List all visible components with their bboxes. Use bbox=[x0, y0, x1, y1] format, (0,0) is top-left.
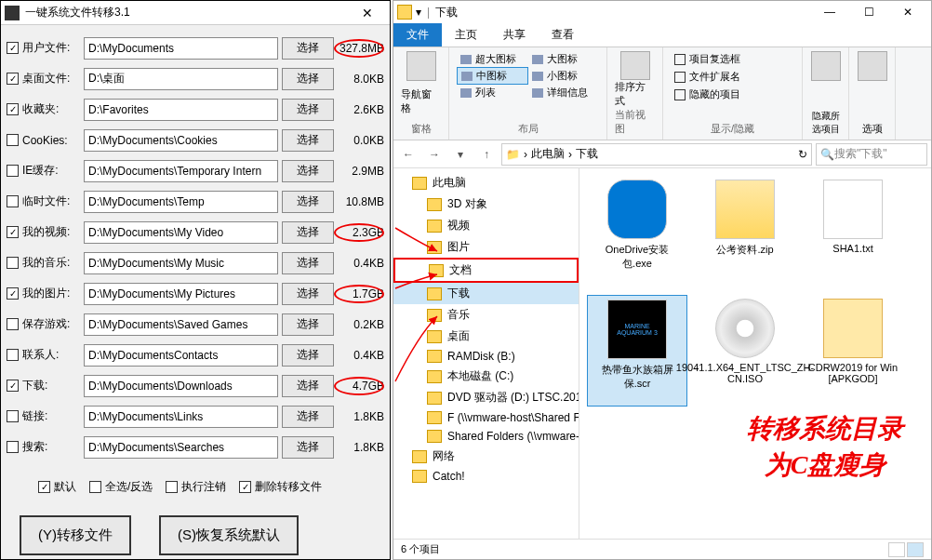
browse-button[interactable]: 选择 bbox=[282, 191, 334, 213]
nav-tree[interactable]: 此电脑3D 对象视频图片文档下载音乐桌面RAMDisk (B:)本地磁盘 (C:… bbox=[393, 168, 579, 539]
file-item[interactable]: MARINE AQUARIUM 3热带鱼水族箱屏保.scr bbox=[587, 295, 687, 407]
option-checkbox[interactable]: 执行注销 bbox=[166, 479, 226, 495]
row-checkbox[interactable] bbox=[7, 380, 19, 392]
option-checkbox[interactable]: 全选/反选 bbox=[89, 479, 153, 495]
row-checkbox[interactable] bbox=[7, 226, 19, 238]
refresh-icon[interactable]: ↻ bbox=[798, 148, 807, 161]
path-input[interactable]: D:\MyDocuments\Temp bbox=[84, 191, 278, 213]
tree-node[interactable]: 桌面 bbox=[393, 326, 579, 347]
maximize-button[interactable]: ☐ bbox=[849, 1, 888, 23]
ribbon-tab[interactable]: 查看 bbox=[539, 23, 587, 47]
layout-option[interactable]: 小图标 bbox=[528, 67, 600, 85]
ribbon-tab[interactable]: 文件 bbox=[393, 23, 442, 47]
tree-node[interactable]: RAMDisk (B:) bbox=[393, 347, 579, 366]
browse-button[interactable]: 选择 bbox=[282, 129, 334, 152]
file-item[interactable]: CDRW2019 for Win [APKGOD] bbox=[803, 295, 903, 407]
path-input[interactable]: D:\桌面 bbox=[84, 68, 278, 90]
row-checkbox[interactable] bbox=[7, 134, 19, 146]
row-checkbox[interactable] bbox=[7, 410, 19, 422]
path-input[interactable]: D:\MyDocuments\My Pictures bbox=[84, 283, 278, 305]
show-option[interactable]: 隐藏的项目 bbox=[671, 87, 794, 102]
restore-button[interactable]: (S)恢复系统默认 bbox=[159, 515, 299, 555]
layout-option[interactable]: 超大图标 bbox=[457, 51, 528, 67]
tree-node[interactable]: 音乐 bbox=[393, 304, 579, 326]
tree-node[interactable]: 文档 bbox=[393, 258, 579, 283]
path-input[interactable]: D:\MyDocuments\Downloads bbox=[84, 375, 278, 397]
file-item[interactable]: OneDrive安装包.exe bbox=[587, 176, 687, 287]
row-checkbox[interactable] bbox=[7, 73, 19, 85]
layout-option[interactable]: 中图标 bbox=[457, 67, 528, 85]
path-input[interactable]: D:\MyDocuments\My Music bbox=[84, 252, 278, 274]
browse-button[interactable]: 选择 bbox=[282, 283, 334, 305]
layout-option[interactable]: 大图标 bbox=[528, 51, 600, 67]
transfer-button[interactable]: (Y)转移文件 bbox=[20, 515, 131, 555]
browse-button[interactable]: 选择 bbox=[282, 313, 334, 336]
tree-node[interactable]: Shared Folders (\\vmware- bbox=[393, 427, 579, 446]
path-input[interactable]: D:\MyDocuments\Temporary Intern bbox=[84, 160, 278, 182]
path-input[interactable]: D:\Favorites bbox=[84, 99, 278, 121]
tree-node[interactable]: 图片 bbox=[393, 236, 579, 258]
path-input[interactable]: D:\MyDocuments\Saved Games bbox=[84, 313, 278, 336]
tree-node[interactable]: 视频 bbox=[393, 215, 579, 236]
nav-pane-icon[interactable] bbox=[406, 51, 436, 81]
minimize-button[interactable]: — bbox=[810, 1, 849, 23]
up-button[interactable]: ↑ bbox=[475, 143, 498, 166]
layout-option[interactable]: 详细信息 bbox=[528, 85, 600, 100]
path-input[interactable]: D:\MyDocuments bbox=[84, 37, 278, 60]
browse-button[interactable]: 选择 bbox=[282, 99, 334, 121]
row-checkbox[interactable] bbox=[7, 318, 19, 330]
show-option[interactable]: 文件扩展名 bbox=[671, 69, 794, 85]
row-checkbox[interactable] bbox=[7, 257, 19, 269]
browse-button[interactable]: 选择 bbox=[282, 436, 334, 459]
row-checkbox[interactable] bbox=[7, 349, 19, 361]
tree-node[interactable]: F (\\vmware-host\Shared F bbox=[393, 408, 579, 427]
forward-button[interactable]: → bbox=[423, 143, 446, 166]
tree-node[interactable]: 网络 bbox=[393, 446, 579, 467]
row-checkbox[interactable] bbox=[7, 287, 19, 300]
row-checkbox[interactable] bbox=[7, 42, 19, 54]
ribbon-tab[interactable]: 主页 bbox=[442, 23, 490, 47]
row-checkbox[interactable] bbox=[7, 103, 19, 115]
recent-button[interactable]: ▾ bbox=[449, 143, 472, 166]
option-checkbox[interactable]: 删除转移文件 bbox=[239, 479, 322, 495]
close-button[interactable]: ✕ bbox=[888, 1, 927, 23]
tree-node[interactable]: 3D 对象 bbox=[393, 193, 579, 215]
address-bar[interactable]: 📁 › 此电脑 › 下载 ↻ bbox=[501, 143, 812, 166]
browse-button[interactable]: 选择 bbox=[282, 252, 334, 274]
tree-node[interactable]: Catch! bbox=[393, 467, 579, 486]
tree-node[interactable]: 此电脑 bbox=[393, 172, 579, 193]
row-checkbox[interactable] bbox=[7, 441, 19, 453]
path-input[interactable]: D:\MyDocumentsContacts bbox=[84, 344, 278, 367]
tree-node[interactable]: DVD 驱动器 (D:) LTSC.2019. bbox=[393, 387, 579, 408]
browse-button[interactable]: 选择 bbox=[282, 160, 334, 182]
search-input[interactable]: 🔍 搜索"下载" bbox=[816, 143, 927, 166]
row-checkbox[interactable] bbox=[7, 195, 19, 207]
path-input[interactable]: D:\MyDocuments\My Video bbox=[84, 221, 278, 244]
browse-button[interactable]: 选择 bbox=[282, 344, 334, 367]
path-input[interactable]: D:\MyDocuments\Cookies bbox=[84, 129, 278, 152]
browse-button[interactable]: 选择 bbox=[282, 37, 334, 60]
path-input[interactable]: D:\MyDocuments\Searches bbox=[84, 436, 278, 459]
hide-icon[interactable] bbox=[811, 51, 841, 81]
show-option[interactable]: 项目复选框 bbox=[671, 51, 794, 67]
tree-node[interactable]: 本地磁盘 (C:) bbox=[393, 366, 579, 387]
close-icon[interactable]: ✕ bbox=[349, 1, 386, 25]
ribbon-tab[interactable]: 共享 bbox=[490, 23, 539, 47]
file-item[interactable]: 19041.1.X64_ENT_LTSC_ZH-CN.ISO bbox=[695, 295, 795, 407]
option-checkbox[interactable]: 默认 bbox=[38, 479, 76, 495]
layout-option[interactable]: 列表 bbox=[457, 85, 528, 100]
file-item[interactable]: SHA1.txt bbox=[803, 176, 903, 287]
browse-button[interactable]: 选择 bbox=[282, 375, 334, 397]
file-item[interactable]: 公考资料.zip bbox=[695, 176, 795, 287]
browse-button[interactable]: 选择 bbox=[282, 406, 334, 428]
icons-view-button[interactable] bbox=[907, 542, 924, 557]
row-checkbox[interactable] bbox=[7, 165, 19, 177]
qat-icon[interactable]: ▾ bbox=[416, 6, 421, 19]
details-view-button[interactable] bbox=[888, 542, 905, 557]
tree-node[interactable]: 下载 bbox=[393, 283, 579, 304]
browse-button[interactable]: 选择 bbox=[282, 68, 334, 90]
back-button[interactable]: ← bbox=[397, 143, 419, 166]
path-input[interactable]: D:\MyDocuments\Links bbox=[84, 406, 278, 428]
browse-button[interactable]: 选择 bbox=[282, 221, 334, 244]
sort-icon[interactable] bbox=[620, 51, 650, 80]
